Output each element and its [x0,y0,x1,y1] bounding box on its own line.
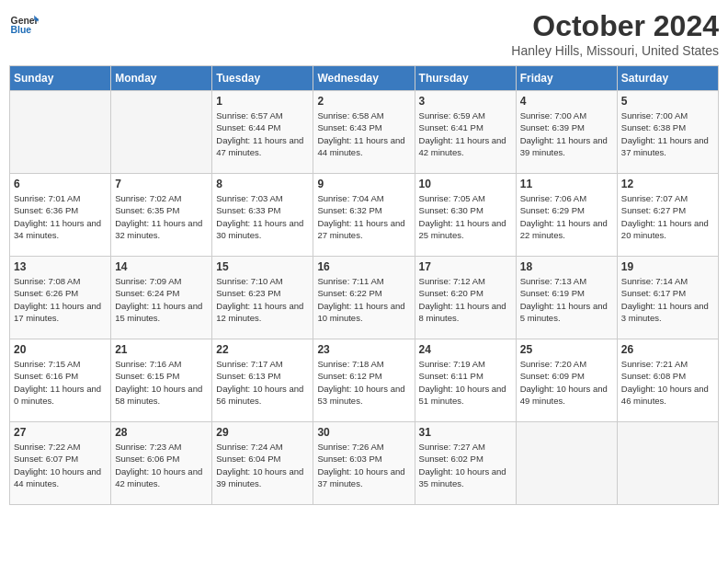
page-subtitle: Hanley Hills, Missouri, United States [511,43,719,58]
day-number: 1 [216,95,309,108]
day-info: Sunrise: 6:57 AMSunset: 6:44 PMDaylight:… [216,109,309,158]
calendar-cell: 11Sunrise: 7:06 AMSunset: 6:29 PMDayligh… [516,174,617,257]
calendar-cell: 10Sunrise: 7:05 AMSunset: 6:30 PMDayligh… [415,174,516,257]
header-wednesday: Wednesday [313,66,415,91]
day-info: Sunrise: 7:19 AMSunset: 6:11 PMDaylight:… [419,358,512,407]
day-info: Sunrise: 7:24 AMSunset: 6:04 PMDaylight:… [216,441,309,489]
calendar-cell: 22Sunrise: 7:17 AMSunset: 6:13 PMDayligh… [212,339,313,422]
day-info: Sunrise: 7:04 AMSunset: 6:32 PMDaylight:… [317,192,410,241]
calendar-cell: 30Sunrise: 7:26 AMSunset: 6:03 PMDayligh… [313,422,415,505]
day-info: Sunrise: 7:00 AMSunset: 6:39 PMDaylight:… [520,109,613,158]
day-info: Sunrise: 7:03 AMSunset: 6:33 PMDaylight:… [216,192,309,241]
header-friday: Friday [516,66,617,91]
day-number: 27 [14,426,107,439]
day-number: 12 [621,178,714,190]
day-number: 2 [317,95,410,108]
day-info: Sunrise: 7:17 AMSunset: 6:13 PMDaylight:… [216,358,309,407]
page-header: General Blue October 2024 Hanley Hills, … [9,9,719,58]
logo-icon: General Blue [9,9,39,39]
day-number: 17 [419,260,512,273]
day-number: 19 [621,260,714,273]
calendar-cell: 29Sunrise: 7:24 AMSunset: 6:04 PMDayligh… [212,422,313,505]
calendar-cell: 14Sunrise: 7:09 AMSunset: 6:24 PMDayligh… [111,257,212,339]
calendar-header: Sunday Monday Tuesday Wednesday Thursday… [10,66,719,91]
calendar-cell: 27Sunrise: 7:22 AMSunset: 6:07 PMDayligh… [10,422,111,505]
day-number: 28 [115,426,208,439]
calendar-cell [10,91,111,174]
day-number: 25 [520,343,613,356]
day-info: Sunrise: 7:05 AMSunset: 6:30 PMDaylight:… [419,192,512,241]
header-sunday: Sunday [10,66,111,91]
day-number: 10 [419,178,512,190]
calendar-cell [617,422,718,505]
day-number: 14 [115,260,208,273]
header-saturday: Saturday [617,66,718,91]
day-number: 30 [317,426,410,439]
title-block: October 2024 Hanley Hills, Missouri, Uni… [511,9,719,58]
day-info: Sunrise: 7:16 AMSunset: 6:15 PMDaylight:… [115,358,208,407]
day-info: Sunrise: 7:02 AMSunset: 6:35 PMDaylight:… [115,192,208,241]
day-info: Sunrise: 7:26 AMSunset: 6:03 PMDaylight:… [317,441,410,489]
day-number: 20 [14,343,107,356]
day-info: Sunrise: 7:15 AMSunset: 6:16 PMDaylight:… [14,358,107,407]
calendar-cell: 23Sunrise: 7:18 AMSunset: 6:12 PMDayligh… [313,339,415,422]
day-number: 11 [520,178,613,190]
calendar-cell: 7Sunrise: 7:02 AMSunset: 6:35 PMDaylight… [111,174,212,257]
calendar-cell: 5Sunrise: 7:00 AMSunset: 6:38 PMDaylight… [617,91,718,174]
day-number: 5 [621,95,714,108]
calendar-cell: 12Sunrise: 7:07 AMSunset: 6:27 PMDayligh… [617,174,718,257]
calendar-cell: 8Sunrise: 7:03 AMSunset: 6:33 PMDaylight… [212,174,313,257]
calendar-body: 1Sunrise: 6:57 AMSunset: 6:44 PMDaylight… [10,91,719,505]
calendar-cell: 24Sunrise: 7:19 AMSunset: 6:11 PMDayligh… [415,339,516,422]
day-info: Sunrise: 7:14 AMSunset: 6:17 PMDaylight:… [621,275,714,324]
day-info: Sunrise: 7:01 AMSunset: 6:36 PMDaylight:… [14,192,107,241]
day-info: Sunrise: 7:11 AMSunset: 6:22 PMDaylight:… [317,275,410,324]
calendar-cell: 3Sunrise: 6:59 AMSunset: 6:41 PMDaylight… [415,91,516,174]
calendar-cell: 21Sunrise: 7:16 AMSunset: 6:15 PMDayligh… [111,339,212,422]
calendar-cell: 6Sunrise: 7:01 AMSunset: 6:36 PMDaylight… [10,174,111,257]
day-number: 13 [14,260,107,273]
day-number: 29 [216,426,309,439]
day-info: Sunrise: 7:09 AMSunset: 6:24 PMDaylight:… [115,275,208,324]
calendar-cell: 9Sunrise: 7:04 AMSunset: 6:32 PMDaylight… [313,174,415,257]
day-number: 8 [216,178,309,190]
day-number: 31 [419,426,512,439]
day-info: Sunrise: 7:18 AMSunset: 6:12 PMDaylight:… [317,358,410,407]
calendar-cell: 31Sunrise: 7:27 AMSunset: 6:02 PMDayligh… [415,422,516,505]
header-tuesday: Tuesday [212,66,313,91]
day-number: 9 [317,178,410,190]
day-number: 16 [317,260,410,273]
day-number: 22 [216,343,309,356]
header-monday: Monday [111,66,212,91]
day-info: Sunrise: 7:20 AMSunset: 6:09 PMDaylight:… [520,358,613,407]
day-info: Sunrise: 7:06 AMSunset: 6:29 PMDaylight:… [520,192,613,241]
day-number: 7 [115,178,208,190]
calendar-cell [111,91,212,174]
day-info: Sunrise: 7:07 AMSunset: 6:27 PMDaylight:… [621,192,714,241]
day-number: 4 [520,95,613,108]
calendar-cell: 26Sunrise: 7:21 AMSunset: 6:08 PMDayligh… [617,339,718,422]
day-info: Sunrise: 6:59 AMSunset: 6:41 PMDaylight:… [419,109,512,158]
calendar-cell: 25Sunrise: 7:20 AMSunset: 6:09 PMDayligh… [516,339,617,422]
calendar-cell: 28Sunrise: 7:23 AMSunset: 6:06 PMDayligh… [111,422,212,505]
day-info: Sunrise: 7:10 AMSunset: 6:23 PMDaylight:… [216,275,309,324]
calendar-cell: 16Sunrise: 7:11 AMSunset: 6:22 PMDayligh… [313,257,415,339]
day-info: Sunrise: 7:08 AMSunset: 6:26 PMDaylight:… [14,275,107,324]
day-number: 18 [520,260,613,273]
logo: General Blue [9,9,39,39]
day-number: 26 [621,343,714,356]
day-info: Sunrise: 7:27 AMSunset: 6:02 PMDaylight:… [419,441,512,489]
day-info: Sunrise: 7:00 AMSunset: 6:38 PMDaylight:… [621,109,714,158]
calendar-cell: 1Sunrise: 6:57 AMSunset: 6:44 PMDaylight… [212,91,313,174]
calendar-cell: 4Sunrise: 7:00 AMSunset: 6:39 PMDaylight… [516,91,617,174]
day-info: Sunrise: 7:13 AMSunset: 6:19 PMDaylight:… [520,275,613,324]
day-info: Sunrise: 6:58 AMSunset: 6:43 PMDaylight:… [317,109,410,158]
calendar-cell [516,422,617,505]
svg-text:Blue: Blue [11,25,32,35]
calendar-cell: 18Sunrise: 7:13 AMSunset: 6:19 PMDayligh… [516,257,617,339]
day-number: 24 [419,343,512,356]
day-info: Sunrise: 7:21 AMSunset: 6:08 PMDaylight:… [621,358,714,407]
calendar-table: Sunday Monday Tuesday Wednesday Thursday… [9,65,719,505]
day-number: 21 [115,343,208,356]
day-info: Sunrise: 7:23 AMSunset: 6:06 PMDaylight:… [115,441,208,489]
